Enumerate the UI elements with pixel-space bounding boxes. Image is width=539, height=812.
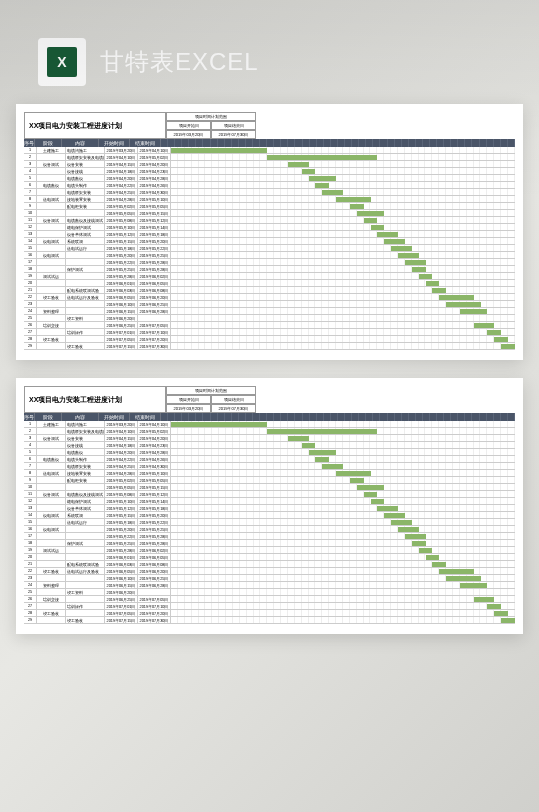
cell: 17 [24,259,37,265]
cell: 电缆敷设及接线调试 [66,491,105,497]
cell: 3 [24,161,37,167]
gantt-col [246,413,253,421]
cell [66,280,105,286]
table-body: 1土建施工电缆沟施工2019年03月20日2019年04月10日2电缆桥架安装及… [24,421,515,624]
gantt-bar [171,148,267,153]
gantt-bar [412,541,426,546]
cell: 2019年05月10日 [138,470,171,476]
table-row: 9配电柜安装2019年05月02日2019年05月05日 [24,477,515,484]
gantt-bar [398,253,419,258]
gantt-col [338,413,345,421]
gantt-col [203,139,210,147]
cell: 2019年06月15日 [105,582,138,588]
table-row: 21配电系统联调试验2019年06月03日2019年06月08日 [24,561,515,568]
gantt-col [480,413,487,421]
cell [37,287,66,293]
gantt-row [171,189,515,195]
gantt-row [171,540,515,546]
gantt-col [189,139,196,147]
cell: 调试试运 [37,547,66,553]
page-title: 甘特表EXCEL [100,46,259,78]
gantt-col [331,413,338,421]
cell: 2019年05月05日 [138,477,171,483]
cell: 2019年05月14日 [138,224,171,230]
cell [37,554,66,560]
cell: 培训交接 [37,322,66,328]
cell: 2019年05月10日 [105,498,138,504]
cell: 2019年06月01日 [105,280,138,286]
gantt-col [444,139,451,147]
cell: 电缆敷设 [37,182,66,188]
cell [37,477,66,483]
gantt-col [423,139,430,147]
cell [37,259,66,265]
cell [66,259,105,265]
gantt-col [395,413,402,421]
cell: 22 [24,568,37,574]
cell [66,308,105,314]
gantt-bar [405,534,426,539]
table-row: 29竣工验收2019年07月15日2019年07月30日 [24,617,515,624]
gantt-col [451,139,458,147]
cell: 配电柜安装 [66,477,105,483]
cell: 2019年05月22日 [105,533,138,539]
gantt-row [171,245,515,251]
gantt-row [171,301,515,307]
gantt-bar [315,457,329,462]
cell: 20 [24,554,37,560]
cell: 14 [24,512,37,518]
cell: 竣工验收 [37,294,66,300]
gantt-col [168,139,175,147]
table-row: 202019年06月01日2019年06月05日 [24,280,515,287]
cell: 2019年05月28日 [105,547,138,553]
table-body: 1土建施工电缆沟施工2019年03月20日2019年04月10日2电缆桥架安装及… [24,147,515,350]
cell [37,428,66,434]
gantt-bar [357,485,385,490]
gantt-col [253,139,260,147]
cell: 2019年04月25日 [105,463,138,469]
gantt-row [171,259,515,265]
gantt-row [171,505,515,511]
cell: 16 [24,526,37,532]
gantt-col [508,413,515,421]
col-idx: 序号 [24,139,35,147]
cell [37,533,66,539]
gantt-row [171,287,515,293]
gantt-col [232,413,239,421]
gantt-col [267,139,274,147]
gantt-row [171,252,515,258]
cell: 2019年04月23日 [138,442,171,448]
cell: 2019年06月28日 [138,308,171,314]
cell: 4 [24,442,37,448]
gantt-row [171,280,515,286]
table-row: 26培训交接2019年06月25日2019年07月05日 [24,322,515,329]
cell: 设备调试 [37,435,66,441]
gantt-row [171,554,515,560]
cell [66,554,105,560]
gantt-bar [474,323,495,328]
table-row: 3设备调试设备安装2019年04月15日2019年04月20日 [24,435,515,442]
cell: 1 [24,421,37,427]
table-row: 7电缆桥架安装2019年04月25日2019年04月30日 [24,463,515,470]
cell: 2019年03月20日 [105,421,138,427]
cell: 2019年05月02日 [138,428,171,434]
gantt-bar [315,183,329,188]
cell: 2019年05月28日 [105,273,138,279]
gantt-row [171,610,515,616]
sheet-title: XX项目电力安装工程进度计划 [24,386,166,413]
cell: 17 [24,533,37,539]
gantt-col [409,413,416,421]
gantt-bar [426,555,440,560]
gantt-row [171,161,515,167]
gantt-row [171,603,515,609]
cell: 7 [24,463,37,469]
cell: 2019年07月05日 [138,596,171,602]
gantt-row [171,308,515,314]
gantt-row [171,168,515,174]
cell: 继电保护调试 [66,498,105,504]
gantt-col [267,413,274,421]
cell: 2019年06月01日 [105,554,138,560]
cell: 设备调试 [37,491,66,497]
cell [37,231,66,237]
gantt-col [494,413,501,421]
